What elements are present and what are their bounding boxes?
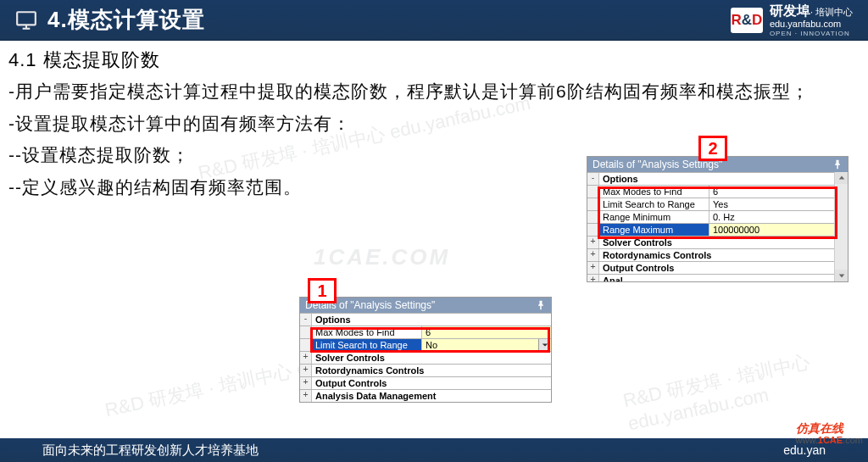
slide-title: 4.模态计算设置 <box>47 5 205 35</box>
footer-right: edu.yan <box>783 443 826 457</box>
panel-titlebar[interactable]: Details of "Analysis Settings" <box>300 298 551 313</box>
callout-badge-1: 1 <box>308 278 337 303</box>
slide-footer: 面向未来的工程研发创新人才培养基地 edu.yan <box>0 438 868 462</box>
analysis-settings-panel-2: Details of "Analysis Settings" -Options … <box>587 156 849 282</box>
group-header[interactable]: Output Controls <box>312 377 551 389</box>
prop-value-input[interactable]: 100000000 <box>709 224 834 236</box>
slide-content: 1CAE.COM R&D 研发埠 · 培训中心 edu.yanfabu.com … <box>0 41 868 438</box>
brand-logo-icon: R&D <box>731 8 763 33</box>
expand-icon[interactable]: + <box>587 262 599 274</box>
group-header[interactable]: Solver Controls <box>599 237 834 248</box>
scrollbar[interactable] <box>834 172 848 281</box>
collapse-icon[interactable]: - <box>300 314 312 326</box>
callout-badge-2: 2 <box>698 136 727 161</box>
group-header[interactable]: Rotordynamics Controls <box>599 249 834 261</box>
expand-icon[interactable]: + <box>587 249 599 261</box>
paragraph: -用户需要指定模态计算过程中提取的模态阶数，程序默认是计算前6阶结构固有频率和模… <box>8 78 856 105</box>
group-header[interactable]: Options <box>312 314 551 326</box>
prop-key: Limit Search to Range <box>599 198 709 210</box>
expand-icon[interactable]: + <box>587 275 599 281</box>
property-grid: -Options Max Modes to Find6 Limit Search… <box>300 313 551 402</box>
brand-tagline: OPEN · INNOVATION <box>770 30 853 38</box>
footer-left: 面向未来的工程研发创新人才培养基地 <box>42 443 259 459</box>
brand-name: 研发埠 <box>770 3 810 18</box>
prop-key: Limit Search to Range <box>312 339 422 351</box>
expand-icon[interactable]: + <box>300 390 312 402</box>
prop-value-input[interactable]: 6 <box>422 326 551 338</box>
slide-header: 4.模态计算设置 R&D 研发埠· 培训中心 edu.yanfabu.com O… <box>0 0 868 41</box>
brand-block: R&D 研发埠· 培训中心 edu.yanfabu.com OPEN · INN… <box>731 3 868 38</box>
chevron-down-icon[interactable] <box>538 339 550 351</box>
group-header[interactable]: Anal… <box>599 275 834 281</box>
group-header[interactable]: Analysis Data Management <box>312 390 551 402</box>
brand-url: edu.yanfabu.com <box>770 19 853 30</box>
prop-key: Range Minimum <box>599 211 709 223</box>
expand-icon[interactable]: + <box>587 237 599 248</box>
section-label: 4.1 模态提取阶数 <box>8 47 856 73</box>
collapse-icon[interactable]: - <box>587 173 599 185</box>
scroll-up-icon[interactable] <box>835 172 848 184</box>
property-grid: -Options Max Modes to Find6 Limit Search… <box>587 172 848 281</box>
prop-value[interactable]: 0. Hz <box>709 211 834 223</box>
corner-line1: 仿真在线 <box>796 422 863 435</box>
prop-key: Range Maximum <box>599 224 709 236</box>
monitor-icon <box>15 9 37 31</box>
prop-key: Max Modes to Find <box>312 326 422 338</box>
expand-icon[interactable]: + <box>300 365 312 376</box>
group-header[interactable]: Options <box>599 173 834 185</box>
prop-value[interactable]: 6 <box>709 186 834 198</box>
expand-icon[interactable]: + <box>300 352 312 364</box>
analysis-settings-panel-1: Details of "Analysis Settings" -Options … <box>299 297 552 403</box>
corner-watermark: 仿真在线 www.1CAE.com <box>796 422 863 445</box>
expand-icon[interactable]: + <box>300 377 312 389</box>
group-header[interactable]: Rotordynamics Controls <box>312 365 551 376</box>
scroll-down-icon[interactable] <box>835 270 848 281</box>
prop-key: Max Modes to Find <box>599 186 709 198</box>
watermark-diag: R&D 研发埠 · 培训中心 edu.yanfabu.com <box>196 91 532 186</box>
svg-rect-0 <box>17 12 36 25</box>
group-header[interactable]: Solver Controls <box>312 352 551 364</box>
paragraph: -设置提取模态计算中的固有频率方法有： <box>8 110 856 137</box>
brand-sub: · 培训中心 <box>810 7 853 17</box>
prop-value[interactable]: Yes <box>709 198 834 210</box>
watermark-center: 1CAE.COM <box>314 244 450 270</box>
prop-value-dropdown[interactable]: No <box>422 339 551 351</box>
pin-icon[interactable] <box>536 300 546 310</box>
pin-icon[interactable] <box>832 159 843 170</box>
group-header[interactable]: Output Controls <box>599 262 834 274</box>
